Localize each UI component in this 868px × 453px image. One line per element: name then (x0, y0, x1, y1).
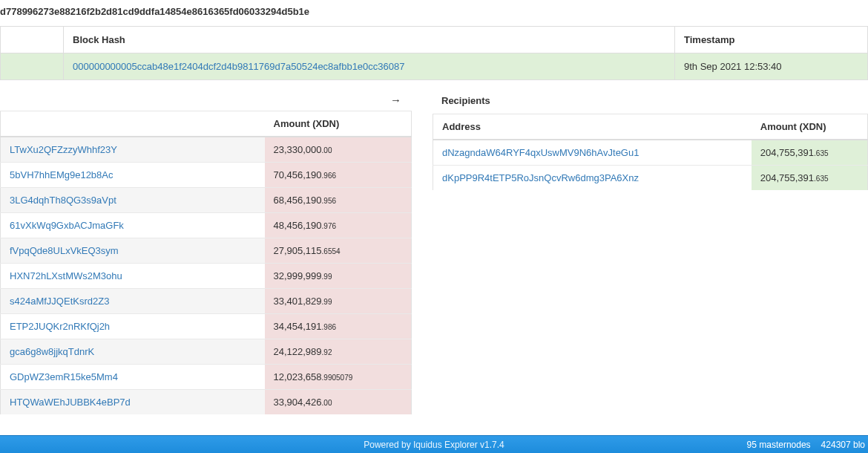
sender-address-link[interactable]: s424aMfJJQEtKsrd2Z3 (10, 296, 109, 307)
table-row: GDpWZ3emR15ke5Mm412,023,658.9905079 (1, 365, 412, 390)
sender-address-cell: 3LG4dqhTh8QG3s9aVpt (1, 188, 265, 213)
sender-address-cell: HXN72hLXstMWs2M3ohu (1, 264, 265, 289)
recipient-address-link[interactable]: dNzagndaW64RYF4qxUswMV9N6hAvJteGu1 (442, 147, 639, 158)
block-hash-cell: 000000000005ccab48e1f2404dcf2d4b9811769d… (64, 53, 675, 80)
sender-amount-cell: 23,330,000.00 (265, 137, 412, 163)
sender-amount-cell: 32,999,999.99 (265, 264, 412, 289)
sender-address-link[interactable]: GDpWZ3emR15ke5Mm4 (10, 371, 118, 382)
sender-amount-cell: 24,122,989.92 (265, 339, 412, 365)
recipient-amount-cell: 204,755,391.635 (752, 140, 868, 166)
table-row: s424aMfJJQEtKsrd2Z333,401,829.99 (1, 289, 412, 314)
table-row: gca6g8w8jjkqTdnrK24,122,989.92 (1, 339, 412, 365)
block-hash-link[interactable]: 000000000005ccab48e1f2404dcf2d4b9811769d… (73, 61, 404, 72)
masternodes-count: 95 masternodes (747, 440, 811, 450)
sender-address-link[interactable]: 3LG4dqhTh8QG3s9aVpt (10, 195, 116, 206)
recipient-amount-cell: 204,755,391.635 (752, 166, 868, 191)
recipients-header-address: Address (433, 114, 752, 140)
sender-address-cell: LTwXu2QFZzzyWhhf23Y (1, 137, 265, 163)
sender-amount-cell: 34,454,191.986 (265, 314, 412, 339)
table-row: fVpqQde8ULxVkEQ3sym27,905,115.6554 (1, 238, 412, 264)
sender-address-link[interactable]: 61vXkWq9GxbACJmaGFk (10, 220, 124, 231)
senders-header-address (1, 111, 265, 137)
transaction-hash: d778996273e88216f2b2d81cd9ddfa14854e8616… (0, 0, 868, 26)
blocks-count: 424307 blo (821, 440, 865, 450)
sender-amount-cell: 12,023,658.9905079 (265, 365, 412, 390)
block-index-cell (1, 53, 64, 80)
sender-address-cell: GDpWZ3emR15ke5Mm4 (1, 365, 265, 390)
senders-table: Amount (XDN) LTwXu2QFZzzyWhhf23Y23,330,0… (0, 111, 412, 414)
powered-by-text: Powered by Iquidus Explorer v1.7.4 (364, 440, 504, 450)
block-header-timestamp: Timestamp (675, 27, 868, 53)
sender-address-cell: gca6g8w8jjkqTdnrK (1, 339, 265, 365)
table-row: HXN72hLXstMWs2M3ohu32,999,999.99 (1, 264, 412, 289)
sender-address-cell: HTQWaWEhJUBBK4eBP7d (1, 390, 265, 415)
recipient-address-link[interactable]: dKpPP9R4tETP5RoJsnQcvRw6dmg3PA6Xnz (442, 172, 639, 183)
sender-address-link[interactable]: fVpqQde8ULxVkEQ3sym (10, 245, 119, 256)
recipient-address-cell: dKpPP9R4tETP5RoJsnQcvRw6dmg3PA6Xnz (433, 166, 752, 191)
table-row: dNzagndaW64RYF4qxUswMV9N6hAvJteGu1204,75… (433, 140, 868, 166)
sender-amount-cell: 33,401,829.99 (265, 289, 412, 314)
sender-address-cell: 61vXkWq9GxbACJmaGFk (1, 213, 265, 238)
senders-pane: → Amount (XDN) LTwXu2QFZzzyWhhf23Y23,330… (0, 88, 412, 414)
recipients-pane: Recipients Address Amount (XDN) dNzagnda… (433, 88, 868, 190)
arrow-right-icon: → (0, 88, 412, 111)
block-header-hash: Block Hash (64, 27, 675, 53)
sender-address-cell: fVpqQde8ULxVkEQ3sym (1, 238, 265, 264)
sender-address-cell: ETP2JUQKr2nRKfQj2h (1, 314, 265, 339)
sender-address-cell: s424aMfJJQEtKsrd2Z3 (1, 289, 265, 314)
table-row: 61vXkWq9GxbACJmaGFk48,456,190.976 (1, 213, 412, 238)
sender-amount-cell: 48,456,190.976 (265, 213, 412, 238)
sender-amount-cell: 33,904,426.00 (265, 390, 412, 415)
sender-address-link[interactable]: ETP2JUQKr2nRKfQj2h (10, 321, 110, 332)
sender-amount-cell: 68,456,190.956 (265, 188, 412, 213)
block-timestamp-cell: 9th Sep 2021 12:53:40 (675, 53, 868, 80)
sender-amount-cell: 27,905,115.6554 (265, 238, 412, 264)
sender-address-link[interactable]: HTQWaWEhJUBBK4eBP7d (10, 397, 131, 408)
table-row: 5bVH7hhEMg9e12b8Ac70,456,190.966 (1, 163, 412, 188)
table-row: ETP2JUQKr2nRKfQj2h34,454,191.986 (1, 314, 412, 339)
table-row: 3LG4dqhTh8QG3s9aVpt68,456,190.956 (1, 188, 412, 213)
sender-address-link[interactable]: gca6g8w8jjkqTdnrK (10, 346, 94, 357)
block-info-table: Block Hash Timestamp 000000000005ccab48e… (0, 26, 868, 80)
recipient-address-cell: dNzagndaW64RYF4qxUswMV9N6hAvJteGu1 (433, 140, 752, 166)
sender-address-link[interactable]: LTwXu2QFZzzyWhhf23Y (10, 144, 117, 155)
sender-address-link[interactable]: HXN72hLXstMWs2M3ohu (10, 270, 122, 281)
sender-address-link[interactable]: 5bVH7hhEMg9e12b8Ac (10, 169, 114, 180)
sender-address-cell: 5bVH7hhEMg9e12b8Ac (1, 163, 265, 188)
recipients-table: Address Amount (XDN) dNzagndaW64RYF4qxUs… (433, 114, 868, 190)
table-row: LTwXu2QFZzzyWhhf23Y23,330,000.00 (1, 137, 412, 163)
footer-bar: Powered by Iquidus Explorer v1.7.4 95 ma… (0, 435, 868, 453)
sender-amount-cell: 70,456,190.966 (265, 163, 412, 188)
table-row: dKpPP9R4tETP5RoJsnQcvRw6dmg3PA6Xnz204,75… (433, 166, 868, 191)
recipients-header-amount: Amount (XDN) (752, 114, 868, 140)
recipients-title: Recipients (433, 88, 868, 114)
block-header-index (1, 27, 64, 53)
senders-header-amount: Amount (XDN) (265, 111, 412, 137)
table-row: HTQWaWEhJUBBK4eBP7d33,904,426.00 (1, 390, 412, 415)
